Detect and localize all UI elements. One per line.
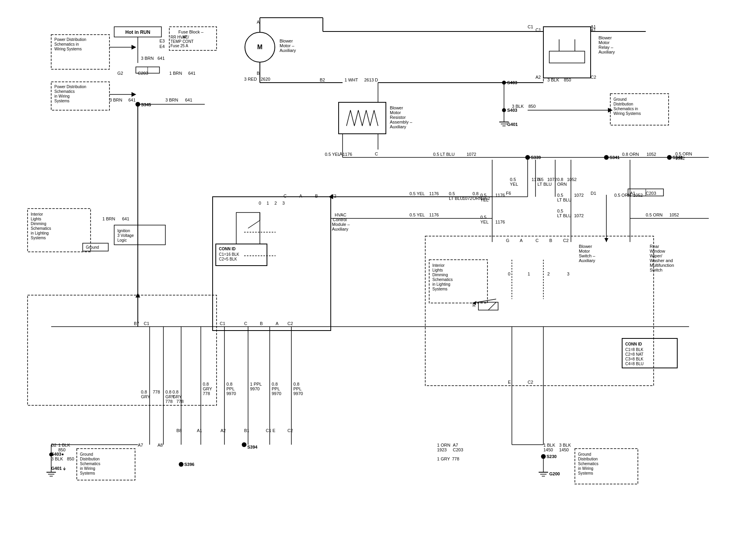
ground-dist-1-line3: Schematics in bbox=[613, 107, 638, 111]
wire-1052-top: 1052 bbox=[647, 152, 656, 157]
wire-1gry-778: 1 GRY bbox=[437, 456, 450, 461]
resistor-label1: Blower bbox=[390, 105, 403, 110]
wire-2613: 2613 bbox=[364, 78, 374, 82]
svg-rect-15 bbox=[549, 51, 585, 63]
bms-label4: Auxiliary bbox=[579, 258, 595, 263]
ground-dist-2-line1: Ground bbox=[80, 452, 93, 456]
wire-850-bot: 850 bbox=[67, 456, 74, 461]
a1-bot-label: A1 bbox=[197, 428, 202, 433]
wire-1brn-641: 1 BRN bbox=[169, 71, 182, 76]
wire-3blk-850-s403: 3 BLK bbox=[512, 104, 524, 109]
wire-08ppl-a2: 0.8 bbox=[226, 382, 232, 386]
wire-08gry-778-vert2: 0.8 bbox=[165, 390, 171, 394]
bms-num-0: 0 bbox=[508, 272, 510, 276]
wire-778-vert1: 778 bbox=[153, 390, 160, 394]
conn-id-right-title: CONN ID bbox=[625, 342, 642, 346]
c1-connector-label: C1 bbox=[220, 321, 225, 326]
ignition-3-label2: 3 Voltage bbox=[117, 233, 134, 238]
wire-ltblu-down2: LT BLU bbox=[557, 198, 571, 202]
wire-05yel-1176-down3: 0.5 bbox=[480, 215, 486, 220]
s341-label: S341 bbox=[610, 155, 620, 160]
a8-label-bot: A8 bbox=[158, 443, 163, 447]
wire-05ltblu-1072: 0.5 LT BLU bbox=[433, 152, 455, 157]
power-dist-1-line2: Schematics in bbox=[54, 42, 79, 46]
ground-dist-3-line2: Distribution bbox=[578, 457, 598, 461]
wire-05orn-down1: 0.5 ORN bbox=[614, 193, 631, 198]
bms-label3: Switch – bbox=[579, 253, 595, 258]
conn-id-hvac-c2: C2=5 BLK bbox=[219, 257, 237, 261]
wire-3blk-1450: 3 BLK bbox=[559, 443, 571, 447]
resistor-terminal-d: D bbox=[375, 78, 378, 82]
wire-641-vert: 641 bbox=[122, 216, 129, 221]
power-dist-1-line3: Wiring Systems bbox=[54, 47, 82, 51]
wire-08gry-b8-1: 0.8 bbox=[172, 390, 178, 394]
hvac-internal4: 3 bbox=[282, 201, 285, 205]
ignition-3-label3: Logic bbox=[117, 238, 127, 242]
wire-1176-horiz2: 1176 bbox=[429, 212, 439, 217]
wire-ppl-a2: PPL bbox=[226, 386, 235, 391]
bms-term-c2-right: C2 bbox=[563, 238, 569, 243]
blower-relay-label4: Auxiliary bbox=[598, 50, 615, 54]
bms-num-2: 2 bbox=[547, 272, 550, 276]
wire-1orn-1923: 1 ORN bbox=[437, 443, 450, 447]
wire-05ltblu-down1: 0.5 bbox=[537, 177, 543, 182]
bms-num-1: 1 bbox=[528, 272, 530, 276]
a7-label-bot: A7 bbox=[138, 443, 143, 447]
conn-id-hvac-c1: C1=16 BLK bbox=[219, 252, 239, 257]
rear-wiper-label5: Multifunction bbox=[650, 263, 674, 268]
svg-rect-14 bbox=[543, 27, 591, 78]
wire-gry-vert1: GRY bbox=[141, 394, 150, 399]
wire-ppl-c1e: PPL bbox=[272, 386, 280, 391]
blower-motor-aux-label3: Auxiliary bbox=[280, 48, 296, 53]
wire-9970-a2: 9970 bbox=[226, 391, 236, 396]
s396-label: S396 bbox=[184, 462, 195, 467]
bms-num-3: 3 bbox=[567, 272, 569, 276]
wire-1052-down1: 1052 bbox=[567, 177, 576, 182]
ground-dist-2-line5: Systems bbox=[80, 471, 95, 475]
c1e-bot-label: C1 E bbox=[266, 428, 275, 433]
svg-line-44 bbox=[248, 220, 260, 228]
wire-1176-horiz1: 1176 bbox=[429, 191, 439, 196]
rear-wiper-label6: Switch bbox=[650, 268, 662, 272]
wire-08orn-horiz1: 0.8 bbox=[472, 191, 478, 196]
wire-05yel-horiz1: 0.5 YEL bbox=[410, 191, 425, 196]
hvac-term-c2: C2 bbox=[331, 194, 336, 198]
ground-dist-3-line1: Ground bbox=[578, 452, 591, 456]
hvac-term-b: B bbox=[315, 194, 318, 198]
a-bottom-label: A bbox=[276, 321, 279, 326]
rear-wiper-label3: Wiper/ bbox=[650, 253, 663, 258]
wire-08ppl-c2: 0.8 bbox=[293, 382, 299, 386]
svg-rect-60 bbox=[425, 236, 654, 386]
diagram-container: Hot in RUN Fuse Block – IP RR HVAC/ TEMP… bbox=[0, 0, 756, 534]
a1-top-label: A1 bbox=[591, 24, 596, 29]
s403-label-top: S403 bbox=[507, 80, 517, 85]
svg-line-63 bbox=[488, 302, 496, 310]
s403-splice-mid bbox=[502, 108, 506, 112]
bms-term-c-right: C bbox=[536, 238, 539, 243]
ground-dist-2-line4: in Wiring bbox=[80, 466, 95, 471]
wire-641-1brn: 641 bbox=[188, 71, 195, 76]
wire-3red-2620: 3 RED bbox=[244, 77, 257, 81]
wire-08gry-a1: 0.8 bbox=[203, 382, 209, 386]
c1-top-label: C1 bbox=[528, 24, 533, 29]
s230-label: S230 bbox=[547, 454, 557, 459]
b7-label: B7 bbox=[134, 321, 139, 326]
relay-terminal-a2: A2 bbox=[536, 75, 541, 79]
wire-05yel-horiz2: 0.5 YEL bbox=[410, 212, 425, 217]
wire-1052-s343: 1052 bbox=[675, 156, 685, 161]
wire-641-s345: 641 bbox=[128, 98, 135, 102]
hvac-label3: Module – bbox=[332, 222, 350, 227]
wire-08orn-down1: 0.8 bbox=[557, 177, 563, 182]
c-bottom-label: C bbox=[244, 321, 247, 326]
interior-lights-2-line5: in Lighting bbox=[432, 282, 450, 286]
wire-yel-1176-down3: YEL bbox=[480, 220, 489, 224]
g401-bot-label: G401 ⏚ bbox=[51, 466, 66, 471]
fuse-block-label: Fuse Block – bbox=[178, 30, 204, 34]
rr-hvac-label: RR HVAC/ bbox=[170, 35, 189, 39]
interior-lights-2-line6: Systems bbox=[432, 287, 447, 291]
b-bottom-label: B bbox=[260, 321, 263, 326]
hvac-internal2: 1 bbox=[267, 201, 269, 205]
svg-rect-23 bbox=[339, 102, 386, 134]
g401-label: G401 bbox=[507, 122, 518, 127]
wire-1blk-1450: 1 BLK bbox=[543, 443, 556, 447]
